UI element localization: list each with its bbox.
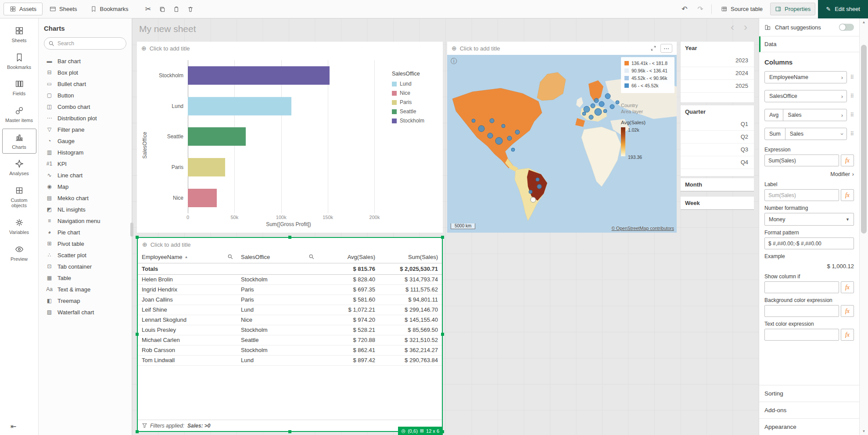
- section-data[interactable]: Data: [759, 36, 859, 52]
- rail-item-custom-objects[interactable]: Custom objects: [2, 182, 36, 212]
- show-column-if-input[interactable]: [764, 281, 839, 293]
- table-cell[interactable]: Michael Carlen: [138, 335, 237, 345]
- rail-item-bookmarks[interactable]: Bookmarks: [2, 49, 36, 74]
- chart-type-item[interactable]: ◩NL insights: [44, 204, 126, 215]
- expand-icon[interactable]: [650, 45, 656, 51]
- chart-type-item[interactable]: ◉Map: [44, 181, 126, 192]
- sheet-canvas[interactable]: My new sheet ‹ › ⊕ Click to add title Sa…: [132, 18, 759, 435]
- chart-type-item[interactable]: ∴Scatter plot: [44, 249, 126, 261]
- chart-type-item[interactable]: ▽Filter pane: [44, 124, 126, 135]
- section-add-ons[interactable]: Add-ons: [759, 402, 859, 418]
- table-cell[interactable]: Helen Brolin: [138, 274, 237, 284]
- table-cell[interactable]: Louis Presley: [138, 325, 237, 335]
- more-options-icon[interactable]: ⋯: [660, 44, 672, 53]
- chart-type-item[interactable]: AaText & image: [44, 284, 126, 295]
- scrollbar-thumb[interactable]: [861, 45, 867, 234]
- column-header[interactable]: EmployeeName▲: [138, 251, 237, 263]
- section-sorting[interactable]: Sorting: [759, 385, 859, 402]
- legend-item[interactable]: Stockholm: [392, 118, 438, 124]
- resize-handle[interactable]: [441, 333, 444, 336]
- filter-value[interactable]: Q2: [681, 131, 754, 144]
- rail-item-master-items[interactable]: Master items: [2, 102, 36, 127]
- map-object[interactable]: ⊕ Click to add title ⋯: [447, 42, 677, 233]
- drag-handle-icon[interactable]: ⠿: [850, 131, 854, 137]
- resize-handle[interactable]: [288, 236, 291, 239]
- month-filter[interactable]: Month: [681, 178, 754, 191]
- background-color-fx-button[interactable]: fx: [841, 305, 854, 317]
- map-attribution-link[interactable]: © OpenStreetMap contributors: [611, 226, 674, 231]
- cut-icon[interactable]: ✂: [142, 3, 155, 16]
- filter-value[interactable]: Q1: [681, 118, 754, 131]
- edit-sheet-button[interactable]: ✎ Edit sheet: [818, 0, 868, 18]
- column-header[interactable]: SalesOffice: [237, 251, 318, 263]
- properties-scrollbar[interactable]: ▲ ▼: [859, 18, 868, 435]
- collapse-panel-icon[interactable]: ⇤: [0, 422, 16, 431]
- resize-handle[interactable]: [136, 430, 139, 433]
- table-title-placeholder[interactable]: ⊕ Click to add title: [138, 238, 442, 251]
- week-filter[interactable]: Week: [681, 197, 754, 210]
- source-table-button[interactable]: Source table: [716, 3, 768, 15]
- rail-item-fields[interactable]: Fields: [2, 75, 36, 101]
- chart-type-item[interactable]: ▥Histogram: [44, 147, 126, 158]
- chart-type-item[interactable]: ⊡Tab container: [44, 261, 126, 272]
- column-header[interactable]: Sum(Sales): [379, 251, 442, 263]
- chart-type-item[interactable]: ◧Treemap: [44, 295, 126, 306]
- filter-value[interactable]: 2023: [681, 54, 754, 67]
- previous-sheet-icon[interactable]: ‹: [731, 21, 734, 33]
- scroll-down-icon[interactable]: ▼: [860, 429, 868, 433]
- quarter-filter-header[interactable]: Quarter: [681, 105, 754, 118]
- label-fx-button[interactable]: fx: [841, 189, 854, 201]
- text-color-fx-button[interactable]: fx: [841, 329, 854, 341]
- drag-handle-icon[interactable]: ⠿: [850, 93, 854, 99]
- delete-icon[interactable]: [184, 3, 197, 16]
- chart-type-item[interactable]: ▢Button: [44, 90, 126, 101]
- chart-type-item[interactable]: ▬Bar chart: [44, 55, 126, 67]
- quarter-filter[interactable]: Quarter Q1Q2Q3Q4: [681, 105, 754, 176]
- table-cell[interactable]: Lund: [237, 305, 318, 315]
- legend-item[interactable]: Seattle: [392, 108, 438, 115]
- year-filter[interactable]: Year 202320242025: [681, 42, 754, 102]
- chart-type-item[interactable]: ◫Combo chart: [44, 101, 126, 112]
- resize-handle[interactable]: [441, 236, 444, 239]
- filter-value[interactable]: 2024: [681, 67, 754, 80]
- show-column-if-fx-button[interactable]: fx: [841, 281, 854, 293]
- chart-type-item[interactable]: ▭Bullet chart: [44, 78, 126, 90]
- drag-handle-icon[interactable]: ⠿: [850, 74, 854, 80]
- year-filter-header[interactable]: Year: [681, 42, 754, 54]
- table-object[interactable]: ⊕ Click to add title EmployeeName▲SalesO…: [137, 237, 443, 432]
- table-cell[interactable]: Leif Shine: [138, 305, 237, 315]
- rail-item-preview[interactable]: Preview: [2, 241, 36, 266]
- column-header[interactable]: Avg(Sales): [318, 251, 379, 263]
- measure-chip[interactable]: SumSales›: [764, 128, 847, 140]
- drag-handle-icon[interactable]: ⠿: [850, 112, 854, 118]
- bar[interactable]: [188, 97, 291, 115]
- rail-item-sheets[interactable]: Sheets: [2, 22, 36, 47]
- expression-input[interactable]: [764, 155, 839, 166]
- properties-button[interactable]: Properties: [770, 3, 815, 15]
- tab-bookmarks[interactable]: Bookmarks: [84, 3, 135, 15]
- table-cell[interactable]: Ingrid Hendrix: [138, 284, 237, 295]
- text-color-expression-input[interactable]: [764, 329, 839, 341]
- background-color-expression-input[interactable]: [764, 305, 839, 317]
- search-icon[interactable]: [309, 254, 314, 259]
- table-cell[interactable]: Rob Carsson: [138, 345, 237, 355]
- table-cell[interactable]: Seattle: [237, 335, 318, 345]
- section-appearance[interactable]: Appearance: [759, 418, 859, 435]
- table-cell[interactable]: Tom Lindwall: [138, 355, 237, 365]
- table-cell[interactable]: Stockholm: [237, 345, 318, 355]
- chart-suggestions-toggle[interactable]: [839, 24, 854, 31]
- chart-type-item[interactable]: ▤Mekko chart: [44, 192, 126, 204]
- modifier-link[interactable]: Modifier ›: [764, 171, 854, 177]
- chart-search-input[interactable]: [57, 40, 122, 47]
- info-icon[interactable]: ⓘ: [451, 58, 457, 65]
- table-cell[interactable]: Joan Callins: [138, 295, 237, 305]
- resize-handle[interactable]: [136, 333, 139, 336]
- week-filter-header[interactable]: Week: [681, 197, 754, 209]
- paste-icon[interactable]: [170, 3, 183, 16]
- tab-assets[interactable]: Assets: [4, 3, 43, 15]
- table-cell[interactable]: Nice: [237, 315, 318, 325]
- chart-type-item[interactable]: ◕Pie chart: [44, 226, 126, 238]
- table-cell[interactable]: Lennart Skoglund: [138, 315, 237, 325]
- scroll-up-icon[interactable]: ▲: [860, 20, 868, 24]
- resize-handle[interactable]: [136, 236, 139, 239]
